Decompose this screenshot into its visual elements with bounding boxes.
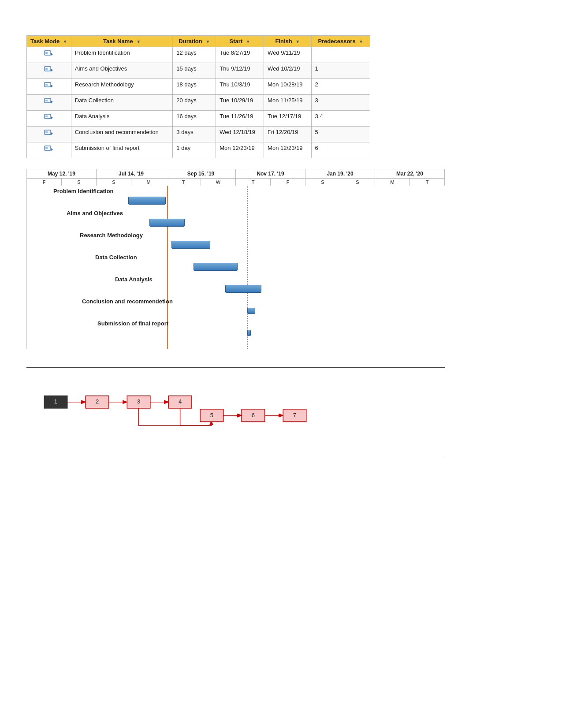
table-row: Data Collection20 daysTue 10/29/19Mon 11…	[27, 95, 370, 111]
month-5: Jan 19, '20	[305, 169, 375, 178]
task-name-cell-7: Submission of final report	[71, 142, 173, 158]
network-node-2-label: 2	[96, 398, 99, 405]
month-4: Nov 17, '19	[236, 169, 305, 178]
task-start-cell-3: Thu 10/3/19	[216, 79, 264, 95]
gantt-chart: May 12, '19 Jul 14, '19 Sep 15, '19 Nov …	[26, 169, 445, 349]
task-duration-cell-7: 1 day	[173, 142, 216, 158]
svg-rect-7	[45, 84, 48, 86]
task-mode-svg-6	[44, 129, 54, 138]
col-header-start: Start ▼	[216, 36, 264, 47]
gantt-bar-6	[247, 308, 255, 314]
task-mode-icon-5	[44, 118, 54, 124]
task-duration-cell-3: 18 days	[173, 79, 216, 95]
day-8: F	[271, 179, 305, 186]
gantt-label-5: Data Analysis	[115, 276, 153, 283]
task-mode-icon-4	[44, 102, 54, 108]
gantt-label-7: Submission of final report	[97, 320, 168, 327]
network-node-1-label: 1	[54, 398, 57, 405]
task-mode-icon-1	[44, 54, 54, 60]
task-mode-svg-4	[44, 97, 54, 107]
svg-marker-20	[51, 148, 53, 151]
table-row: Data Analysis16 daysTue 11/26/19Tue 12/1…	[27, 111, 370, 127]
task-name-cell-2: Aims and Objectives	[71, 63, 173, 79]
task-name-cell-4: Data Collection	[71, 95, 173, 111]
day-9: S	[305, 179, 340, 186]
gantt-row-5: Data Analysis	[27, 274, 445, 294]
svg-marker-14	[51, 116, 53, 119]
task-mode-icon-6	[44, 134, 54, 140]
network-node-4-label: 4	[179, 398, 182, 405]
col-header-taskname: Task Name ▼	[71, 36, 173, 47]
task-finish-cell-4: Mon 11/25/19	[264, 95, 311, 111]
gantt-row-4: Data Collection	[27, 252, 445, 272]
task-pred-cell-1	[311, 47, 370, 63]
svg-marker-2	[51, 53, 53, 56]
col-header-finish: Finish ▼	[264, 36, 311, 47]
task-mode-cell-2	[27, 63, 71, 79]
day-2: S	[62, 179, 97, 186]
gantt-bar-4	[194, 263, 238, 271]
gantt-days-row: F S S M T W T F S S M T	[27, 179, 445, 186]
svg-rect-16	[45, 131, 48, 133]
gantt-bar-7	[247, 330, 251, 336]
task-mode-icon-3	[44, 86, 54, 92]
task-start-cell-6: Wed 12/18/19	[216, 127, 264, 142]
gantt-row-6: Conclusion and recommendetion	[27, 296, 445, 316]
gantt-bar-5	[225, 285, 261, 293]
task-pred-cell-2: 1	[311, 63, 370, 79]
table-row: Conclusion and recommendetion3 daysWed 1…	[27, 127, 370, 142]
month-1: May 12, '19	[27, 169, 97, 178]
gantt-bar-2	[149, 219, 185, 227]
task-start-cell-7: Mon 12/23/19	[216, 142, 264, 158]
gantt-row-2: Aims and Objectives	[27, 208, 445, 228]
month-2: Jul 14, '19	[97, 169, 166, 178]
gantt-label-6: Conclusion and recommendetion	[82, 298, 173, 305]
task-name-cell-6: Conclusion and recommendetion	[71, 127, 173, 142]
gantt-label-3: Research Methodology	[80, 232, 143, 239]
svg-rect-1	[45, 52, 48, 54]
col-header-duration: Duration ▼	[173, 36, 216, 47]
gantt-bar-3	[171, 241, 210, 249]
task-pred-cell-3: 2	[311, 79, 370, 95]
task-mode-svg-2	[44, 65, 54, 75]
network-node-3-label: 3	[137, 398, 140, 405]
gantt-table: Task Mode ▼ Task Name ▼ Duration ▼ Start…	[26, 35, 370, 158]
day-1: F	[27, 179, 62, 186]
table-row: Research Methodology18 daysThu 10/3/19Mo…	[27, 79, 370, 95]
task-pred-cell-7: 6	[311, 142, 370, 158]
task-start-cell-1: Tue 8/27/19	[216, 47, 264, 63]
task-start-cell-5: Tue 11/26/19	[216, 111, 264, 127]
task-mode-cell-5	[27, 111, 71, 127]
col-header-taskmode: Task Mode ▼	[27, 36, 71, 47]
month-3: Sep 15, '19	[166, 169, 236, 178]
task-name-cell-5: Data Analysis	[71, 111, 173, 127]
task-mode-cell-4	[27, 95, 71, 111]
task-mode-svg-3	[44, 81, 54, 91]
svg-rect-10	[45, 100, 48, 101]
network-svg: 1 2 3 4 5 6 7	[35, 381, 436, 443]
gantt-body: Problem Identification Aims and Objectiv…	[27, 186, 445, 349]
task-pred-cell-6: 5	[311, 127, 370, 142]
month-6: Mar 22, '20	[375, 169, 445, 178]
task-name-cell-3: Research Methodology	[71, 79, 173, 95]
task-mode-svg-5	[44, 113, 54, 123]
task-mode-cell-3	[27, 79, 71, 95]
task-finish-cell-6: Fri 12/20/19	[264, 127, 311, 142]
day-10: S	[340, 179, 375, 186]
svg-rect-4	[45, 68, 48, 70]
network-node-5-label: 5	[210, 412, 213, 418]
task-duration-cell-6: 3 days	[173, 127, 216, 142]
task-mode-svg-1	[44, 49, 54, 59]
table-row: Problem Identification12 daysTue 8/27/19…	[27, 47, 370, 63]
day-4: M	[131, 179, 166, 186]
day-7: T	[236, 179, 271, 186]
task-pred-cell-5: 3,4	[311, 111, 370, 127]
svg-marker-8	[51, 85, 53, 87]
task-mode-cell-6	[27, 127, 71, 142]
task-start-cell-2: Thu 9/12/19	[216, 63, 264, 79]
task-finish-cell-7: Mon 12/23/19	[264, 142, 311, 158]
svg-rect-13	[45, 116, 48, 117]
table-row: Submission of final report1 dayMon 12/23…	[27, 142, 370, 158]
task-finish-cell-1: Wed 9/11/19	[264, 47, 311, 63]
task-pred-cell-4: 3	[311, 95, 370, 111]
